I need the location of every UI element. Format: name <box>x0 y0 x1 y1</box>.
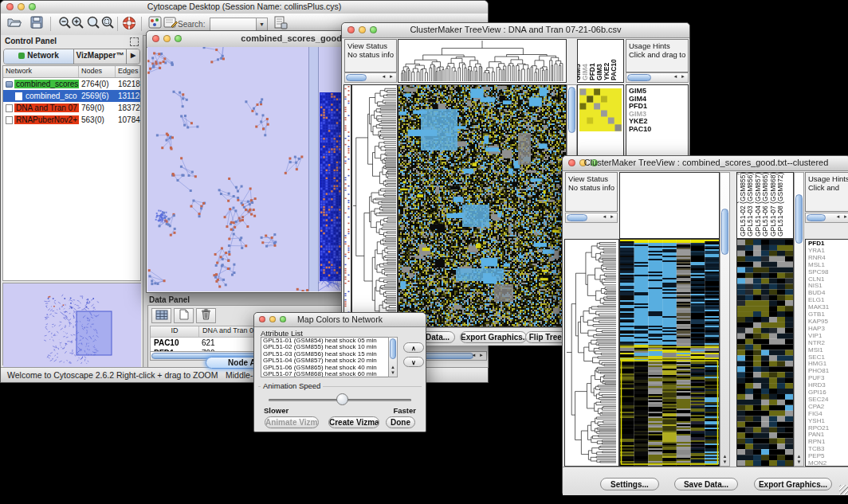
scroll-arrows-icon[interactable]: ▲▼ <box>389 365 397 376</box>
float-panel-icon[interactable] <box>130 37 139 46</box>
search-dropdown-icon[interactable]: ▼ <box>256 18 268 31</box>
global-heatmap[interactable] <box>619 239 720 467</box>
save-icon[interactable] <box>28 16 45 32</box>
scroll-arrows-icon[interactable]: ▲▼ <box>720 454 729 465</box>
view-status-text: No status info f <box>568 183 617 192</box>
treeview1-title: ClusterMaker TreeView : DNA and Tran 07-… <box>342 25 689 34</box>
row-dendrogram[interactable] <box>351 84 398 327</box>
global-heatmap-canvas[interactable] <box>398 85 566 326</box>
treeview1-titlebar[interactable]: ClusterMaker TreeView : DNA and Tran 07-… <box>342 23 689 38</box>
scroll-thumb[interactable] <box>721 209 728 255</box>
network-edges-count: 107847(0) <box>116 115 140 124</box>
scroll-thumb[interactable] <box>567 214 587 221</box>
scroll-arrows-icon[interactable]: ◄ ► <box>673 74 686 79</box>
scroll-arrows-icon[interactable]: ▲▼ <box>795 454 803 465</box>
usage-hints-scrollbar[interactable]: ◄ ► <box>626 72 689 83</box>
treeview2-title: ClusterMaker TreeView : combined_scores_… <box>563 158 848 167</box>
scroll-thumb[interactable] <box>390 338 396 359</box>
attribute-list-scrollbar[interactable]: ▲▼ <box>388 337 398 377</box>
column-label[interactable]: GPL51-03 (GSM856) <box>747 173 754 236</box>
network-table-row[interactable]: combined_sco 2569(6) 13112(15) <box>3 90 140 102</box>
main-titlebar[interactable]: Cytoscape Desktop (Session Name: collins… <box>1 1 488 14</box>
col-id[interactable]: ID <box>151 326 199 337</box>
search-label: Search: <box>178 20 205 29</box>
network-tree-table: Network Nodes Edges combined_scores 2764… <box>2 65 141 281</box>
zoom-vscrollbar[interactable]: ▲▼ <box>794 172 804 467</box>
network-table-row[interactable]: RNAPuberNov2+ 563(0) 107847(0) <box>3 114 140 126</box>
export-graphics-button[interactable]: Export Graphics... <box>754 478 832 490</box>
dialog-titlebar[interactable]: Map Colors to Network <box>254 313 426 327</box>
scroll-thumb[interactable] <box>627 74 651 81</box>
move-down-button[interactable]: ∨ <box>403 357 424 367</box>
global-vscrollbar[interactable]: ▲▼ <box>720 172 730 467</box>
view-status-scrollbar[interactable]: ◄ ► <box>344 72 397 83</box>
gene-label[interactable]: MON2 <box>808 460 848 467</box>
export-graphics-button[interactable]: Export Graphics... <box>460 331 527 343</box>
network-table-row[interactable]: combined_scores 2764(0) 16218(0) <box>3 78 140 90</box>
column-dendrogram[interactable] <box>398 39 567 83</box>
save-data-button[interactable]: Save Data... <box>674 478 738 490</box>
open-icon[interactable] <box>6 16 23 32</box>
scroll-thumb[interactable] <box>568 87 575 133</box>
row-label[interactable]: PAC10 <box>629 126 688 134</box>
scroll-thumb[interactable] <box>807 214 826 221</box>
network-overview-canvas[interactable] <box>3 283 141 368</box>
usage-hints-scrollbar[interactable]: ◄ ► <box>805 213 848 223</box>
speed-slider-thumb[interactable] <box>336 393 348 405</box>
create-vizmap-button[interactable]: Create Vizmap <box>328 416 379 428</box>
column-label[interactable]: GPL51-06 (GSM865) <box>762 173 769 236</box>
help-icon[interactable] <box>120 16 138 32</box>
attribute-list-item[interactable]: GPL51-07 (GSM868) heat shock 60 min <box>263 371 397 377</box>
settings-button[interactable]: Settings... <box>600 478 659 490</box>
zoom-heatmap-panel[interactable] <box>736 239 794 467</box>
col-nodes[interactable]: Nodes <box>79 66 116 77</box>
scroll-thumb[interactable] <box>346 74 367 81</box>
scroll-thumb[interactable] <box>795 194 803 244</box>
treeview2-titlebar[interactable]: ClusterMaker TreeView : combined_scores_… <box>563 156 848 171</box>
row-dendrogram-canvas[interactable] <box>352 85 397 326</box>
move-up-button[interactable]: ∧ <box>403 342 424 353</box>
column-label[interactable]: GPL51-08 (GSM872) <box>777 173 784 236</box>
global-heatmap-canvas[interactable] <box>620 240 719 466</box>
zoom-heatmap-canvas[interactable] <box>579 88 622 131</box>
tab-overflow-button[interactable]: ▶ <box>127 49 139 64</box>
annotation-icon[interactable] <box>162 16 179 32</box>
map-colors-dialog: Map Colors to Network Attribute List GPL… <box>253 312 426 432</box>
attribute-icon[interactable] <box>272 16 289 32</box>
column-labels: GPL51-01 (GSM854)GPL51-02 (GSM855)GPL51-… <box>736 172 794 239</box>
scroll-arrows-icon[interactable]: ◄ ► <box>602 214 615 219</box>
tab-network[interactable]: Network <box>4 49 74 64</box>
network-nodes-count: 2569(6) <box>79 92 116 100</box>
col-edges[interactable]: Edges <box>116 66 140 77</box>
zoom-heatmap-canvas[interactable] <box>737 240 793 466</box>
global-heatmap[interactable] <box>398 84 567 327</box>
resize-grip-icon[interactable] <box>839 485 848 494</box>
column-dendrogram[interactable] <box>619 172 720 239</box>
column-dendrogram-canvas[interactable] <box>398 40 566 82</box>
scroll-arrows-icon[interactable]: ◄ ► <box>381 74 395 79</box>
row-dendrogram[interactable] <box>564 239 619 467</box>
table-icon[interactable] <box>151 308 171 323</box>
network-name: combined_scores <box>14 80 79 88</box>
tab-vizmapper[interactable]: VizMapper™ <box>74 49 127 64</box>
trash-icon[interactable] <box>196 308 216 323</box>
scroll-arrows-icon[interactable]: ◄ ► <box>835 214 848 219</box>
usage-hints-text: Click and <box>808 183 848 192</box>
scroll-arrows-icon[interactable]: ◄ ► <box>471 353 485 357</box>
network-table-row[interactable]: DNA and Tran 07 769(0) 183728(0) <box>3 102 140 114</box>
control-panel: Control Panel Network VizMapper™ ▶ Netwo… <box>1 35 143 367</box>
vizmapper-icon[interactable] <box>146 16 163 32</box>
zoom-selected-icon[interactable] <box>100 16 117 32</box>
network-item-icon <box>6 104 13 112</box>
network-overview-panel[interactable] <box>2 283 141 365</box>
zoom-in-icon[interactable] <box>69 16 87 32</box>
column-label[interactable]: PAC10 <box>610 59 618 80</box>
animate-vizmap-button[interactable]: Animate Vizmap <box>265 416 319 428</box>
col-network[interactable]: Network <box>3 66 79 77</box>
done-button[interactable]: Done <box>386 416 415 428</box>
search-input[interactable] <box>210 18 261 31</box>
view-status-scrollbar[interactable]: ◄ ► <box>565 213 618 223</box>
network-name: RNAPuberNov2+ <box>14 115 79 124</box>
new-doc-icon[interactable] <box>174 308 194 323</box>
row-dendrogram-canvas[interactable] <box>565 240 618 466</box>
